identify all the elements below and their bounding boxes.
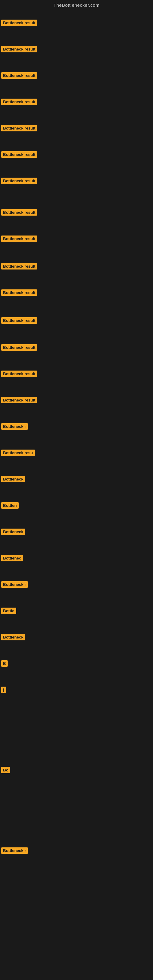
bottleneck-item[interactable]: Bottleneck result [1, 46, 37, 52]
bottleneck-badge: Bottleneck result [1, 46, 37, 52]
bottleneck-badge: Bottleneck result [1, 72, 37, 79]
bottleneck-item[interactable]: Bottleneck result [1, 209, 37, 216]
bottleneck-item[interactable]: Bottlenec [1, 555, 23, 562]
bottleneck-badge: Bottleneck result [1, 235, 37, 242]
bottleneck-item[interactable]: Bottlen [1, 502, 19, 509]
bottleneck-badge: Bo [1, 767, 10, 773]
bottleneck-badge: Bottlenec [1, 555, 23, 562]
bottleneck-item[interactable]: Bottleneck result [1, 344, 37, 351]
site-title: TheBottlenecker.com [54, 2, 99, 8]
items-container: Bottleneck resultBottleneck resultBottle… [0, 11, 153, 976]
bottleneck-item[interactable]: Bottleneck result [1, 99, 37, 105]
bottleneck-item[interactable]: Bottleneck result [1, 397, 37, 403]
bottleneck-item[interactable]: | [1, 687, 6, 693]
bottleneck-badge: Bottleneck resu [1, 450, 35, 456]
bottleneck-item[interactable]: Bottleneck result [1, 371, 37, 377]
bottleneck-item[interactable]: Bottleneck result [1, 125, 37, 131]
bottleneck-badge: Bottlen [1, 502, 19, 509]
bottleneck-badge: Bottleneck result [1, 290, 37, 296]
bottleneck-badge: Bottleneck result [1, 151, 37, 158]
bottleneck-badge: Bottleneck [1, 476, 25, 482]
bottleneck-item[interactable]: Bottleneck r [1, 423, 28, 430]
bottleneck-badge: Bottleneck r [1, 847, 28, 854]
bottleneck-badge: | [1, 687, 6, 693]
bottleneck-item[interactable]: Bottleneck [1, 634, 25, 640]
bottleneck-item[interactable]: Bottleneck result [1, 20, 37, 26]
bottleneck-badge: Bottleneck r [1, 581, 28, 588]
bottleneck-item[interactable]: Bottleneck [1, 476, 25, 482]
bottleneck-badge: Bottleneck result [1, 317, 37, 324]
bottleneck-item[interactable]: Bottleneck result [1, 290, 37, 296]
bottleneck-item[interactable]: Bottleneck result [1, 263, 37, 269]
bottleneck-item[interactable]: Bottleneck resu [1, 450, 35, 456]
bottleneck-badge: Bottleneck [1, 528, 25, 535]
bottleneck-badge: Bottleneck [1, 634, 25, 640]
bottleneck-badge: Bottleneck result [1, 178, 37, 184]
site-header: TheBottlenecker.com [0, 0, 153, 11]
bottleneck-badge: Bottleneck result [1, 125, 37, 131]
bottleneck-badge: B [1, 660, 8, 667]
bottleneck-item[interactable]: Bottleneck r [1, 581, 28, 588]
bottleneck-item[interactable]: Bottleneck result [1, 72, 37, 79]
bottleneck-badge: Bottleneck result [1, 371, 37, 377]
bottleneck-badge: Bottleneck result [1, 397, 37, 403]
bottleneck-item[interactable]: Bottleneck result [1, 178, 37, 184]
bottleneck-badge: Bottle [1, 608, 16, 614]
bottleneck-item[interactable]: Bo [1, 767, 10, 773]
bottleneck-item[interactable]: Bottleneck [1, 528, 25, 535]
bottleneck-badge: Bottleneck result [1, 344, 37, 351]
bottleneck-badge: Bottleneck result [1, 263, 37, 269]
bottleneck-badge: Bottleneck r [1, 423, 28, 430]
bottleneck-item[interactable]: Bottleneck result [1, 235, 37, 242]
bottleneck-badge: Bottleneck result [1, 99, 37, 105]
bottleneck-badge: Bottleneck result [1, 209, 37, 216]
bottleneck-item[interactable]: Bottleneck result [1, 151, 37, 158]
bottleneck-item[interactable]: Bottleneck result [1, 317, 37, 324]
bottleneck-item[interactable]: B [1, 660, 8, 667]
bottleneck-item[interactable]: Bottleneck r [1, 847, 28, 854]
bottleneck-item[interactable]: Bottle [1, 608, 16, 614]
bottleneck-badge: Bottleneck result [1, 20, 37, 26]
